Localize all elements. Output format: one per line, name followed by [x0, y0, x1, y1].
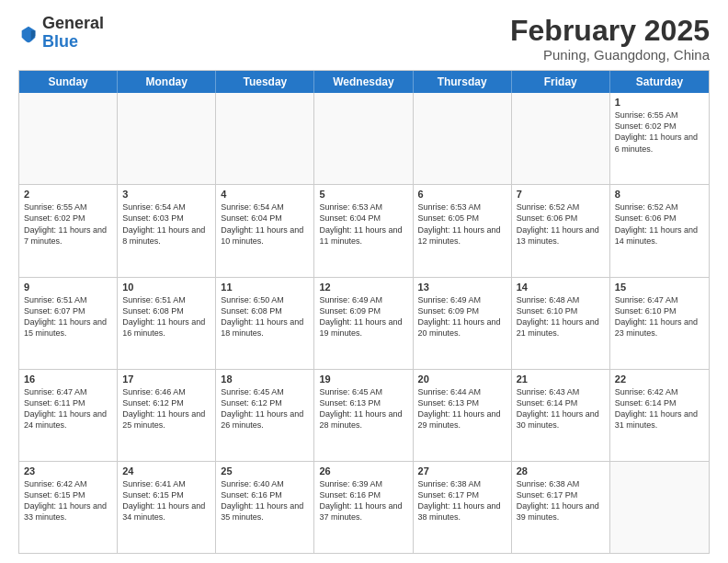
weekday-header-saturday: Saturday [610, 71, 709, 93]
calendar-row-0: 1Sunrise: 6:55 AM Sunset: 6:02 PM Daylig… [19, 93, 709, 185]
calendar-cell-r0c5 [512, 93, 610, 184]
cell-sun-info: Sunrise: 6:38 AM Sunset: 6:17 PM Dayligh… [517, 478, 605, 523]
day-number: 3 [122, 189, 210, 200]
cell-sun-info: Sunrise: 6:42 AM Sunset: 6:15 PM Dayligh… [24, 478, 112, 523]
calendar-cell-r2c3: 12Sunrise: 6:49 AM Sunset: 6:09 PM Dayli… [314, 278, 413, 369]
cell-sun-info: Sunrise: 6:38 AM Sunset: 6:17 PM Dayligh… [418, 478, 506, 523]
day-number: 11 [221, 282, 309, 293]
day-number: 23 [24, 465, 112, 477]
day-number: 13 [418, 282, 506, 293]
page: General Blue February 2025 Puning, Guang… [0, 0, 728, 563]
cell-sun-info: Sunrise: 6:50 AM Sunset: 6:08 PM Dayligh… [221, 294, 309, 339]
calendar-cell-r0c3 [314, 93, 413, 184]
calendar-cell-r4c5: 28Sunrise: 6:38 AM Sunset: 6:17 PM Dayli… [512, 462, 610, 553]
calendar-cell-r1c2: 4Sunrise: 6:54 AM Sunset: 6:04 PM Daylig… [216, 185, 314, 276]
calendar-cell-r2c4: 13Sunrise: 6:49 AM Sunset: 6:09 PM Dayli… [414, 278, 512, 369]
calendar-cell-r4c4: 27Sunrise: 6:38 AM Sunset: 6:17 PM Dayli… [414, 462, 512, 553]
calendar-cell-r2c6: 15Sunrise: 6:47 AM Sunset: 6:10 PM Dayli… [610, 278, 709, 369]
day-number: 10 [122, 282, 210, 293]
calendar-cell-r3c2: 18Sunrise: 6:45 AM Sunset: 6:12 PM Dayli… [216, 370, 314, 461]
calendar-cell-r4c2: 25Sunrise: 6:40 AM Sunset: 6:16 PM Dayli… [216, 462, 314, 553]
calendar-cell-r0c1 [118, 93, 216, 184]
day-number: 19 [319, 373, 407, 385]
calendar-cell-r1c0: 2Sunrise: 6:55 AM Sunset: 6:02 PM Daylig… [19, 185, 118, 276]
cell-sun-info: Sunrise: 6:48 AM Sunset: 6:10 PM Dayligh… [517, 294, 605, 339]
day-number: 25 [221, 465, 309, 477]
calendar: SundayMondayTuesdayWednesdayThursdayFrid… [18, 70, 710, 554]
cell-sun-info: Sunrise: 6:39 AM Sunset: 6:16 PM Dayligh… [319, 478, 407, 523]
calendar-cell-r2c5: 14Sunrise: 6:48 AM Sunset: 6:10 PM Dayli… [512, 278, 610, 369]
calendar-cell-r3c4: 20Sunrise: 6:44 AM Sunset: 6:13 PM Dayli… [414, 370, 512, 461]
logo-blue: Blue [42, 33, 104, 52]
weekday-header-friday: Friday [512, 71, 610, 93]
day-number: 26 [319, 465, 407, 477]
logo: General Blue [18, 15, 104, 52]
day-number: 22 [615, 373, 704, 385]
weekday-header-sunday: Sunday [19, 71, 118, 93]
day-number: 1 [615, 97, 704, 108]
cell-sun-info: Sunrise: 6:52 AM Sunset: 6:06 PM Dayligh… [517, 201, 605, 247]
cell-sun-info: Sunrise: 6:47 AM Sunset: 6:11 PM Dayligh… [24, 386, 112, 431]
cell-sun-info: Sunrise: 6:55 AM Sunset: 6:02 PM Dayligh… [615, 109, 704, 155]
day-number: 2 [24, 189, 112, 200]
cell-sun-info: Sunrise: 6:42 AM Sunset: 6:14 PM Dayligh… [615, 386, 704, 431]
day-number: 21 [517, 373, 605, 385]
location-subtitle: Puning, Guangdong, China [510, 47, 710, 63]
day-number: 12 [319, 282, 407, 293]
day-number: 24 [122, 465, 210, 477]
calendar-cell-r1c3: 5Sunrise: 6:53 AM Sunset: 6:04 PM Daylig… [314, 185, 413, 276]
day-number: 9 [24, 282, 112, 293]
calendar-cell-r4c3: 26Sunrise: 6:39 AM Sunset: 6:16 PM Dayli… [314, 462, 413, 553]
calendar-cell-r0c0 [19, 93, 118, 184]
cell-sun-info: Sunrise: 6:44 AM Sunset: 6:13 PM Dayligh… [418, 386, 506, 431]
cell-sun-info: Sunrise: 6:49 AM Sunset: 6:09 PM Dayligh… [319, 294, 407, 339]
cell-sun-info: Sunrise: 6:46 AM Sunset: 6:12 PM Dayligh… [122, 386, 210, 431]
calendar-row-3: 16Sunrise: 6:47 AM Sunset: 6:11 PM Dayli… [19, 370, 709, 462]
weekday-header-wednesday: Wednesday [314, 71, 413, 93]
calendar-cell-r0c2 [216, 93, 314, 184]
calendar-row-1: 2Sunrise: 6:55 AM Sunset: 6:02 PM Daylig… [19, 185, 709, 277]
calendar-body: 1Sunrise: 6:55 AM Sunset: 6:02 PM Daylig… [19, 93, 709, 553]
day-number: 8 [615, 189, 704, 200]
cell-sun-info: Sunrise: 6:54 AM Sunset: 6:03 PM Dayligh… [122, 201, 210, 247]
calendar-cell-r4c6 [610, 462, 709, 553]
calendar-cell-r1c5: 7Sunrise: 6:52 AM Sunset: 6:06 PM Daylig… [512, 185, 610, 276]
cell-sun-info: Sunrise: 6:55 AM Sunset: 6:02 PM Dayligh… [24, 201, 112, 247]
calendar-header: SundayMondayTuesdayWednesdayThursdayFrid… [19, 71, 709, 93]
calendar-row-2: 9Sunrise: 6:51 AM Sunset: 6:07 PM Daylig… [19, 278, 709, 370]
calendar-cell-r1c1: 3Sunrise: 6:54 AM Sunset: 6:03 PM Daylig… [118, 185, 216, 276]
calendar-cell-r4c1: 24Sunrise: 6:41 AM Sunset: 6:15 PM Dayli… [118, 462, 216, 553]
weekday-header-monday: Monday [118, 71, 216, 93]
day-number: 18 [221, 373, 309, 385]
calendar-cell-r3c0: 16Sunrise: 6:47 AM Sunset: 6:11 PM Dayli… [19, 370, 118, 461]
cell-sun-info: Sunrise: 6:40 AM Sunset: 6:16 PM Dayligh… [221, 478, 309, 523]
cell-sun-info: Sunrise: 6:52 AM Sunset: 6:06 PM Dayligh… [615, 201, 704, 247]
cell-sun-info: Sunrise: 6:41 AM Sunset: 6:15 PM Dayligh… [122, 478, 210, 523]
calendar-cell-r2c0: 9Sunrise: 6:51 AM Sunset: 6:07 PM Daylig… [19, 278, 118, 369]
month-title: February 2025 [510, 15, 710, 47]
weekday-header-thursday: Thursday [414, 71, 512, 93]
calendar-cell-r4c0: 23Sunrise: 6:42 AM Sunset: 6:15 PM Dayli… [19, 462, 118, 553]
header: General Blue February 2025 Puning, Guang… [18, 15, 710, 63]
logo-icon [18, 24, 39, 44]
calendar-cell-r3c3: 19Sunrise: 6:45 AM Sunset: 6:13 PM Dayli… [314, 370, 413, 461]
calendar-cell-r3c5: 21Sunrise: 6:43 AM Sunset: 6:14 PM Dayli… [512, 370, 610, 461]
cell-sun-info: Sunrise: 6:53 AM Sunset: 6:05 PM Dayligh… [418, 201, 506, 247]
title-block: February 2025 Puning, Guangdong, China [510, 15, 710, 63]
day-number: 4 [221, 189, 309, 200]
cell-sun-info: Sunrise: 6:45 AM Sunset: 6:13 PM Dayligh… [319, 386, 407, 431]
day-number: 28 [517, 465, 605, 477]
calendar-cell-r2c1: 10Sunrise: 6:51 AM Sunset: 6:08 PM Dayli… [118, 278, 216, 369]
cell-sun-info: Sunrise: 6:51 AM Sunset: 6:07 PM Dayligh… [24, 294, 112, 339]
cell-sun-info: Sunrise: 6:43 AM Sunset: 6:14 PM Dayligh… [517, 386, 605, 431]
day-number: 14 [517, 282, 605, 293]
calendar-cell-r0c6: 1Sunrise: 6:55 AM Sunset: 6:02 PM Daylig… [610, 93, 709, 184]
calendar-cell-r3c6: 22Sunrise: 6:42 AM Sunset: 6:14 PM Dayli… [610, 370, 709, 461]
cell-sun-info: Sunrise: 6:54 AM Sunset: 6:04 PM Dayligh… [221, 201, 309, 247]
day-number: 7 [517, 189, 605, 200]
calendar-cell-r3c1: 17Sunrise: 6:46 AM Sunset: 6:12 PM Dayli… [118, 370, 216, 461]
cell-sun-info: Sunrise: 6:45 AM Sunset: 6:12 PM Dayligh… [221, 386, 309, 431]
cell-sun-info: Sunrise: 6:51 AM Sunset: 6:08 PM Dayligh… [122, 294, 210, 339]
day-number: 16 [24, 373, 112, 385]
day-number: 17 [122, 373, 210, 385]
